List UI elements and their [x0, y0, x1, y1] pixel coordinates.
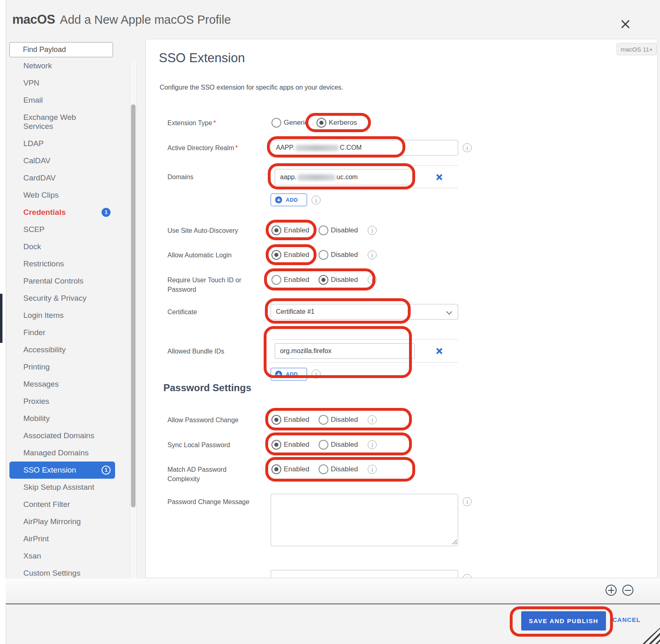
sidebar-item-label: VPN: [23, 79, 39, 87]
payload-search-input[interactable]: [9, 42, 113, 57]
realm-value-suffix: C.COM: [340, 144, 362, 151]
radio-disabled[interactable]: [319, 440, 328, 450]
sidebar-item-security-privacy[interactable]: Security & Privacy: [9, 290, 97, 307]
sidebar-item-scep[interactable]: SCEP: [9, 221, 97, 238]
sidebar-scrollbar-thumb[interactable]: [131, 104, 136, 507]
sidebar-item-email[interactable]: Email: [9, 92, 97, 109]
sidebar-item-parental-controls[interactable]: Parental Controls: [9, 272, 97, 290]
info-icon[interactable]: i: [463, 497, 472, 506]
info-icon[interactable]: i: [312, 196, 321, 205]
radio-enabled[interactable]: [271, 415, 281, 425]
dialog-title: Add a New Apple macOS Profile: [60, 13, 231, 27]
list-row-divider: [271, 165, 458, 166]
match-ad-password-complexity-label: Match AD Password Complexity: [167, 465, 255, 484]
radio-generic[interactable]: [271, 118, 281, 128]
radio-disabled[interactable]: [319, 250, 328, 260]
radio-enabled-label: Enabled: [284, 251, 309, 259]
panel-heading: SSO Extension: [159, 51, 245, 65]
sidebar-item-dock[interactable]: Dock: [9, 238, 97, 255]
sidebar-item-finder[interactable]: Finder: [9, 324, 97, 341]
sidebar-item-label: AirPlay Mirroring: [23, 517, 81, 526]
sidebar-item-sso-extension[interactable]: SSO Extension 1: [9, 462, 115, 479]
add-domain-button[interactable]: ADD: [271, 194, 307, 206]
radio-enabled[interactable]: [271, 464, 281, 474]
sidebar-item-label: Content Filter: [23, 500, 70, 509]
sidebar-item-airplay-mirroring[interactable]: AirPlay Mirroring: [9, 513, 97, 530]
info-icon[interactable]: i: [463, 574, 472, 578]
bundle-id-input[interactable]: org.mozilla.firefox: [275, 343, 415, 359]
sidebar-item-carddav[interactable]: CardDAV: [9, 169, 97, 187]
radio-enabled[interactable]: [271, 225, 281, 235]
radio-kerberos[interactable]: [316, 118, 326, 128]
sidebar-item-label: Email: [23, 96, 43, 104]
info-icon[interactable]: i: [368, 275, 377, 284]
radio-enabled[interactable]: [271, 440, 281, 450]
sidebar-item-label: CalDAV: [23, 156, 50, 165]
remove-domain-icon[interactable]: [436, 173, 443, 181]
domain-value-input[interactable]: aapp.uc.com: [275, 169, 415, 185]
sidebar-item-credentials[interactable]: Credentials 1: [9, 204, 97, 221]
password-change-message-textarea[interactable]: [271, 494, 458, 546]
radio-enabled[interactable]: [271, 250, 281, 260]
sidebar-item-xsan[interactable]: Xsan: [9, 547, 97, 565]
sidebar-item-ldap[interactable]: LDAP: [9, 135, 97, 152]
active-directory-realm-input[interactable]: AAPP.C.COM: [271, 140, 458, 155]
sidebar-item-exchange-web-services[interactable]: Exchange Web Services: [9, 109, 97, 135]
info-icon[interactable]: i: [368, 440, 377, 449]
sidebar-item-network[interactable]: Network: [9, 57, 97, 74]
radio-disabled[interactable]: [319, 415, 328, 425]
sidebar-item-proxies[interactable]: Proxies: [9, 393, 97, 410]
sidebar-item-vpn[interactable]: VPN: [9, 74, 97, 92]
window-resize-handle[interactable]: [642, 628, 660, 644]
required-asterisk: *: [213, 119, 216, 126]
info-icon[interactable]: i: [368, 226, 377, 235]
radio-disabled[interactable]: [319, 225, 328, 235]
clipped-next-input[interactable]: [271, 570, 458, 578]
sidebar-item-mobility[interactable]: Mobility: [9, 410, 97, 427]
sidebar-item-associated-domains[interactable]: Associated Domains: [9, 427, 97, 444]
sidebar-item-messages[interactable]: Messages: [9, 376, 97, 393]
sidebar-item-printing[interactable]: Printing: [9, 358, 97, 376]
sidebar-item-caldav[interactable]: CalDAV: [9, 152, 97, 169]
certificate-select[interactable]: Certificate #1: [271, 304, 458, 320]
sidebar-item-managed-domains[interactable]: Managed Domains: [9, 444, 97, 462]
sidebar-item-label: Mobility: [23, 414, 50, 423]
radio-enabled[interactable]: [271, 275, 281, 285]
chevron-down-icon: [446, 309, 452, 315]
sidebar-item-restrictions[interactable]: Restrictions: [9, 255, 97, 272]
sidebar-item-label: Printing: [23, 363, 50, 371]
add-payload-icon[interactable]: [606, 585, 617, 596]
sidebar-item-airprint[interactable]: AirPrint: [9, 530, 97, 547]
add-button-label: ADD: [286, 197, 298, 203]
active-directory-realm-label: Active Directory Realm*: [167, 143, 255, 153]
password-change-message-label: Password Change Message: [167, 497, 255, 507]
sidebar-item-skip-setup-assistant[interactable]: Skip Setup Assistant: [9, 479, 97, 496]
info-icon[interactable]: i: [312, 369, 321, 378]
radio-disabled[interactable]: [319, 464, 328, 474]
sidebar-item-content-filter[interactable]: Content Filter: [9, 496, 97, 513]
remove-bundle-id-icon[interactable]: [436, 347, 443, 355]
info-icon[interactable]: i: [368, 415, 377, 424]
sidebar-item-label: AirPrint: [23, 534, 49, 543]
sidebar-item-login-items[interactable]: Login Items: [9, 307, 97, 324]
sidebar-item-accessibility[interactable]: Accessibility: [9, 341, 97, 358]
certificate-label: Certificate: [167, 307, 255, 317]
add-bundle-id-button[interactable]: ADD: [271, 368, 307, 381]
info-icon[interactable]: i: [368, 250, 377, 259]
radio-disabled-label: Disabled: [331, 416, 358, 424]
info-icon[interactable]: i: [368, 465, 377, 474]
sidebar-item-web-clips[interactable]: Web Clips: [9, 187, 97, 204]
remove-payload-icon[interactable]: [622, 585, 633, 596]
sidebar-item-label: Xsan: [23, 552, 41, 560]
radio-enabled-label: Enabled: [284, 441, 309, 449]
allow-password-change-label: Allow Password Change: [167, 415, 255, 425]
close-icon[interactable]: [620, 19, 631, 29]
password-settings-heading: Password Settings: [163, 382, 251, 394]
radio-disabled[interactable]: [319, 275, 328, 285]
cancel-button[interactable]: CANCEL: [613, 616, 641, 623]
save-and-publish-button[interactable]: SAVE AND PUBLISH: [521, 611, 606, 630]
allowed-bundle-ids-label: Allowed Bundle IDs: [167, 347, 255, 356]
certificate-selected-value: Certificate #1: [276, 308, 314, 315]
sidebar-item-label: Proxies: [23, 397, 49, 405]
info-icon[interactable]: i: [463, 143, 472, 152]
